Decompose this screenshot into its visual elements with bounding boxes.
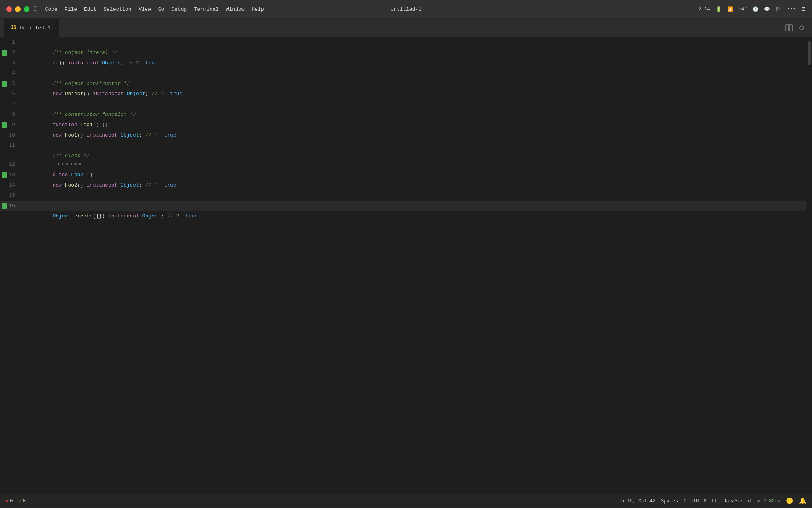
status-perf: ✔ 2.82ms [757, 498, 780, 504]
scrollbar-track[interactable] [806, 37, 812, 494]
breakpoint-13 [2, 172, 7, 178]
line-num-12: 12 [0, 160, 23, 170]
code-line-13: 13 new Foo2() instanceof Object; // ? tr… [0, 170, 806, 180]
temperature-status: 54° [739, 6, 747, 12]
line-num-14: 14 [0, 180, 23, 190]
code-line-5: 5 new Object() instanceof Object; // ? t… [0, 79, 806, 89]
battery-status: 2.14 [699, 6, 710, 12]
menu-debug[interactable]: Debug [171, 6, 187, 12]
menu-bar:  Code File Edit Selection View Go Debug… [34, 6, 264, 13]
line-content-16: Object.create({}) instanceof Object; // … [23, 201, 806, 232]
code-line-3: 3 [0, 58, 806, 68]
status-spaces[interactable]: Spaces: 2 [661, 498, 687, 504]
code-line-7: 7 /** constructor function */ [0, 99, 806, 110]
warning-icon: ⚠ [18, 498, 21, 504]
warning-count: 0 [23, 498, 26, 504]
tab-bar: JS Untitled-1 [0, 19, 812, 37]
title-bar-left:  Code File Edit Selection View Go Debug… [6, 6, 264, 13]
code-line-reference: · 1 reference [0, 151, 806, 160]
code-line-4: 4 /** object constructor */ [0, 68, 806, 79]
scrollbar-thumb[interactable] [808, 41, 811, 65]
line-num-ref: · [0, 151, 23, 160]
wifi-icon: 📶 [727, 6, 733, 12]
error-icon: ⊗ [6, 498, 8, 504]
status-errors[interactable]: ⊗ 0 [6, 498, 13, 504]
tab-bar-right [785, 19, 812, 37]
breakpoint-9 [2, 122, 7, 128]
tab-js-icon: JS [11, 25, 16, 31]
minimize-button[interactable] [15, 6, 21, 12]
svg-rect-1 [789, 25, 792, 31]
line-num-10: 10 [0, 130, 23, 140]
menu-window[interactable]: Window [226, 6, 245, 12]
svg-rect-0 [786, 25, 789, 31]
code-line-8: 8 function Foo1() {} [0, 110, 806, 120]
status-encoding[interactable]: UTF-8 [692, 498, 707, 504]
code-line-2: 2 ({}) instanceof Object; // ? true [0, 48, 806, 58]
svg-point-2 [800, 26, 804, 30]
maximize-button[interactable] [24, 6, 29, 12]
menu-selection[interactable]: Selection [103, 6, 131, 12]
smiley-icon[interactable]: 🙂 [786, 497, 793, 505]
dot-icon[interactable] [798, 24, 806, 32]
code-line-11: 11 /** class */ [0, 140, 806, 151]
menu-go[interactable]: Go [158, 6, 165, 12]
breakpoint-2 [2, 50, 7, 56]
tab-untitled1[interactable]: JS Untitled-1 [4, 19, 59, 37]
line-num-3: 3 [0, 58, 23, 68]
status-bar-right: Ln 16, Col 42 Spaces: 2 UTF-8 LF JavaScr… [618, 497, 806, 505]
code-line-14: 14 [0, 180, 806, 190]
title-bar:  Code File Edit Selection View Go Debug… [0, 0, 812, 19]
title-bar-right: 2.14 🔋 📶 54° 🕐 💬 🏴 ••• ☰ [699, 6, 806, 12]
list-icon[interactable]: ☰ [801, 6, 806, 12]
code-line-16: 16 Object.create({}) instanceof Object; … [0, 201, 806, 211]
menu-view[interactable]: View [138, 6, 151, 12]
error-count: 0 [10, 498, 13, 504]
line-num-6: 6 [0, 89, 23, 99]
menu-help[interactable]: Help [252, 6, 264, 12]
status-position[interactable]: Ln 16, Col 42 [618, 498, 655, 504]
breakpoint-16 [2, 203, 7, 209]
finder-icon: 🏴 [776, 6, 781, 12]
menu-file[interactable]: File [65, 6, 77, 12]
clock-icon: 🕐 [753, 6, 758, 12]
battery-icon: 🔋 [716, 6, 722, 12]
tab-label: Untitled-1 [19, 25, 50, 31]
code-line-12: 12 class Foo2 {} [0, 160, 806, 170]
line-num-8: 8 [0, 110, 23, 120]
line-num-15: 15 [0, 190, 23, 201]
apple-menu[interactable]:  [34, 6, 38, 13]
close-button[interactable] [6, 6, 12, 12]
code-line-15: 15 /** Object.create() */ [0, 190, 806, 201]
bell-icon[interactable]: 🔔 [799, 497, 806, 505]
status-warnings[interactable]: ⚠ 0 [18, 498, 25, 504]
status-eol[interactable]: LF [712, 498, 718, 504]
more-icon[interactable]: ••• [787, 6, 796, 12]
line-num-4: 4 [0, 68, 23, 79]
line-num-1: 1 [0, 37, 23, 48]
menu-terminal[interactable]: Terminal [194, 6, 218, 12]
status-bar: ⊗ 0 ⚠ 0 Ln 16, Col 42 Spaces: 2 UTF-8 LF… [0, 494, 812, 508]
code-line-9: 9 new Foo1() instanceof Object; // ? tru… [0, 120, 806, 130]
window-title: Untitled-1 [391, 6, 421, 12]
editor-container: 1 /** object literal */ 2 ({}) instanceo… [0, 37, 812, 494]
wechat-icon: 💬 [764, 6, 770, 12]
status-language[interactable]: JavaScript [723, 498, 752, 504]
split-editor-icon[interactable] [785, 24, 793, 32]
line-num-7: 7 [0, 99, 23, 110]
breakpoint-5 [2, 81, 7, 87]
code-line-10: 10 [0, 130, 806, 140]
menu-code[interactable]: Code [45, 6, 57, 12]
status-bar-left: ⊗ 0 ⚠ 0 [6, 498, 26, 504]
menu-edit[interactable]: Edit [84, 6, 96, 12]
code-line-1: 1 /** object literal */ [0, 37, 806, 48]
code-line-6: 6 [0, 89, 806, 99]
traffic-lights [6, 6, 29, 12]
line-num-11: 11 [0, 140, 23, 151]
